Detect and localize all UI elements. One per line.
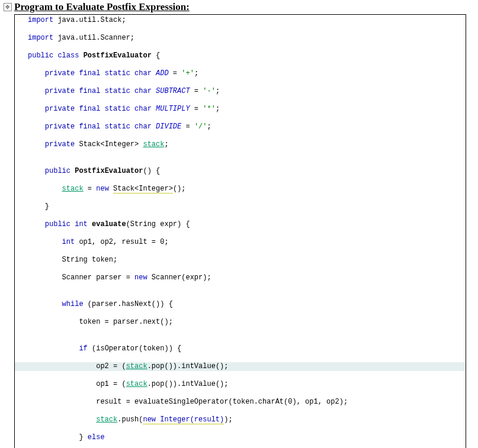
code: import java.util.Stack; import java.util…	[15, 16, 466, 448]
code-box: import java.util.Stack; import java.util…	[14, 14, 466, 448]
title-row: ✥ Program to Evaluate Postfix Expression…	[0, 0, 478, 14]
page-title: Program to Evaluate Postfix Expression:	[14, 1, 190, 13]
move-icon: ✥	[4, 3, 12, 11]
